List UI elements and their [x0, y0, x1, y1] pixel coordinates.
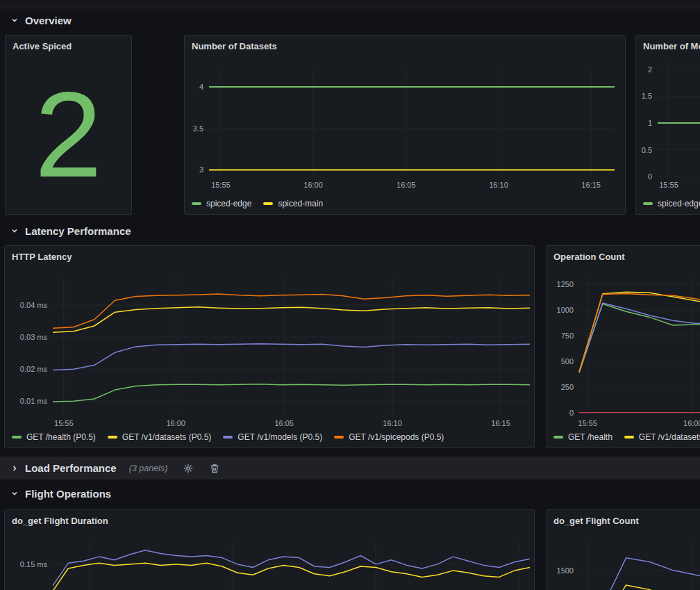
svg-text:0: 0: [648, 172, 652, 181]
svg-text:0: 0: [569, 409, 574, 417]
legend-item[interactable]: GET /v1/spicepods (P0.5): [334, 432, 444, 442]
svg-text:250: 250: [561, 383, 574, 391]
svg-text:16:15: 16:15: [491, 419, 510, 427]
panel-number-of-models: Number of Models 00.511.5215:5516:0016:0…: [635, 35, 700, 215]
svg-text:16:05: 16:05: [397, 181, 416, 189]
chart-legend: GET /health (P0.5)GET /v1/datasets (P0.5…: [12, 432, 444, 442]
chevron-down-icon: [10, 227, 19, 235]
svg-text:15:55: 15:55: [578, 419, 597, 427]
svg-text:15:55: 15:55: [659, 181, 678, 189]
svg-text:4: 4: [199, 83, 203, 91]
svg-text:16:00: 16:00: [166, 419, 185, 427]
svg-text:1000: 1000: [557, 306, 574, 314]
svg-text:16:00: 16:00: [303, 181, 323, 189]
panel-flight-duration: do_get Flight Duration 0.05 ms0.10 ms0.1…: [4, 509, 535, 590]
top-toolbar-edge: [0, 0, 700, 8]
panel-http-latency: HTTP Latency 0.01 ms0.02 ms0.03 ms0.04 m…: [4, 245, 535, 448]
svg-text:750: 750: [561, 331, 574, 340]
svg-text:0.03 ms: 0.03 ms: [20, 333, 48, 341]
svg-text:16:05: 16:05: [274, 419, 294, 427]
http-latency-chart[interactable]: 0.01 ms0.02 ms0.03 ms0.04 ms15:5516:0016…: [5, 246, 535, 449]
panel-count-label: (3 panels): [129, 464, 168, 473]
svg-text:500: 500: [561, 357, 574, 366]
section-row-flight-operations[interactable]: Flight Operations: [0, 483, 700, 504]
stat-value: 2: [35, 74, 102, 195]
gear-icon[interactable]: [183, 463, 194, 474]
chart-legend: spiced-edgespiced-main: [643, 199, 700, 208]
panel-active-spiced: Active Spiced 2: [5, 35, 132, 215]
svg-text:16:10: 16:10: [489, 181, 508, 189]
section-row-latency-performance[interactable]: Latency Performance: [0, 220, 700, 241]
svg-text:0.02 ms: 0.02 ms: [20, 365, 48, 373]
svg-text:0.15 ms: 0.15 ms: [20, 560, 48, 568]
operation-count-chart[interactable]: 02505007501000125015:5516:0016:0516:1016…: [547, 246, 700, 449]
svg-text:15:55: 15:55: [54, 419, 74, 427]
svg-text:16:15: 16:15: [581, 181, 601, 189]
section-row-load-performance[interactable]: Load Performance (3 panels): [0, 457, 700, 480]
number-of-models-chart[interactable]: 00.511.5215:5516:0016:0516:1016:15: [636, 35, 700, 215]
legend-item[interactable]: GET /health (P0.5): [12, 432, 96, 442]
chevron-down-icon: [10, 16, 19, 24]
number-of-datasets-chart[interactable]: 33.5415:5516:0016:0516:1016:15: [185, 35, 626, 215]
trash-icon[interactable]: [209, 463, 220, 474]
flight-duration-chart[interactable]: 0.05 ms0.10 ms0.15 ms16:0016:0516:1016:1…: [5, 510, 535, 590]
legend-item[interactable]: spiced-edge: [192, 199, 251, 208]
section-title-latency-performance: Latency Performance: [25, 225, 131, 237]
chart-legend: GET /healthGET /v1/datasetsGET /v1/model…: [553, 432, 700, 442]
chevron-down-icon: [10, 489, 19, 498]
svg-text:15:55: 15:55: [211, 181, 231, 189]
legend-item[interactable]: spiced-main: [263, 199, 323, 208]
legend-item[interactable]: spiced-edge: [643, 199, 700, 208]
legend-item[interactable]: GET /v1/datasets (P0.5): [108, 432, 212, 442]
legend-item[interactable]: GET /v1/models (P0.5): [223, 432, 322, 442]
panel-title[interactable]: Active Spiced: [12, 41, 72, 51]
svg-text:16:10: 16:10: [383, 419, 402, 427]
svg-text:0.5: 0.5: [642, 146, 652, 154]
svg-text:0.04 ms: 0.04 ms: [20, 301, 48, 309]
panel-operation-count: Operation Count 02505007501000125015:551…: [546, 245, 700, 448]
legend-item[interactable]: GET /v1/datasets: [624, 432, 700, 442]
section-title-load-performance: Load Performance: [25, 462, 117, 474]
section-row-overview[interactable]: Overview: [0, 9, 700, 31]
svg-text:1250: 1250: [557, 280, 574, 288]
svg-text:0.01 ms: 0.01 ms: [20, 397, 48, 405]
svg-text:2: 2: [648, 65, 652, 74]
svg-text:1500: 1500: [557, 566, 574, 575]
svg-text:3: 3: [199, 165, 203, 174]
section-title-overview: Overview: [25, 15, 72, 26]
chart-legend: spiced-edgespiced-main: [192, 199, 323, 208]
panel-flight-count: do_get Flight Count 5001000150015:5516:0…: [546, 509, 700, 590]
svg-text:3.5: 3.5: [193, 124, 203, 133]
svg-text:1.5: 1.5: [642, 92, 652, 100]
svg-text:16:00: 16:00: [683, 419, 700, 427]
legend-item[interactable]: GET /health: [553, 432, 612, 442]
panel-number-of-datasets: Number of Datasets 33.5415:5516:0016:051…: [184, 35, 626, 215]
stat-value-wrap: 2: [6, 55, 131, 214]
svg-text:1: 1: [648, 119, 652, 127]
flight-count-chart[interactable]: 5001000150015:5516:0016:0516:1016:15: [547, 510, 700, 590]
section-title-flight-operations: Flight Operations: [25, 488, 111, 500]
chevron-right-icon: [10, 464, 19, 473]
